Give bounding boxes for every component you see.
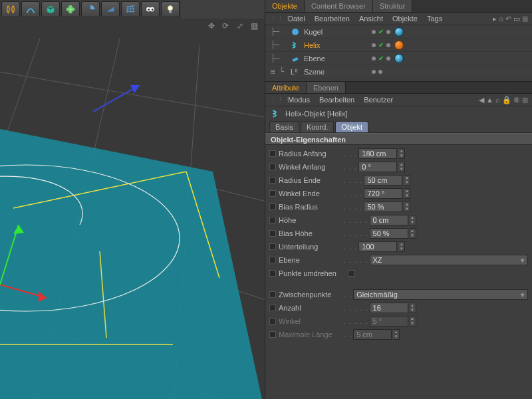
value-input[interactable]: 50 % xyxy=(370,228,408,239)
tab-objekte[interactable]: Objekte xyxy=(265,0,305,12)
property-row: Winkel Ende . . . . 720 °▲▼ xyxy=(269,187,528,200)
spinner[interactable]: ▲▼ xyxy=(404,201,410,212)
svg-point-30 xyxy=(292,29,299,35)
anim-checkbox[interactable] xyxy=(269,203,276,210)
spinner: ▲▼ xyxy=(393,329,400,340)
viewport-nav-icons[interactable]: ✥ ⟳ ⤢ ▦ xyxy=(208,21,261,31)
property-label: Bias Höhe xyxy=(279,229,342,237)
object-name: Ebene xyxy=(304,55,364,63)
anim-checkbox[interactable] xyxy=(269,291,276,298)
properties-group-1: Radius Anfang . . . 180 cm▲▼Winkel Anfan… xyxy=(265,145,532,282)
tool-bulb[interactable] xyxy=(161,1,180,17)
objects-ctrl-icons[interactable]: ▸ ⌂ ↶ ▭ ⊞ xyxy=(493,15,532,23)
hierarchy-row-helix[interactable]: ├─ Helix ✔ xyxy=(265,39,532,52)
sphere-icon xyxy=(291,27,300,37)
spinner[interactable]: ▲▼ xyxy=(410,215,416,225)
value-input[interactable]: 180 cm xyxy=(358,148,397,159)
svg-point-7 xyxy=(148,9,150,11)
subtab-koord[interactable]: Koord. xyxy=(301,121,334,132)
tool-wedge[interactable] xyxy=(101,1,120,17)
menu-benutzer[interactable]: Benutzer xyxy=(364,96,393,104)
subtab-objekt[interactable]: Objekt xyxy=(335,121,368,132)
tag-icon[interactable] xyxy=(394,41,404,50)
tool-cube[interactable] xyxy=(41,1,60,17)
tool-grid[interactable] xyxy=(121,1,140,17)
value-input[interactable]: 50 cm xyxy=(364,175,402,186)
anim-checkbox[interactable] xyxy=(269,177,276,184)
anim-checkbox[interactable] xyxy=(269,230,276,237)
hierarchy-row-kugel[interactable]: ├─ Kugel ✔ xyxy=(265,25,532,39)
value-input: 5 cm xyxy=(353,329,392,340)
hierarchy-row-ebene[interactable]: ├─ Ebene ✔ xyxy=(265,52,532,65)
spinner[interactable]: ▲▼ xyxy=(404,188,410,199)
menu-modus[interactable]: Modus xyxy=(288,96,310,104)
spinner[interactable]: ▲▼ xyxy=(404,175,410,186)
dropdown[interactable]: XZ xyxy=(370,255,528,265)
tab-ebenen[interactable]: Ebenen xyxy=(307,82,346,93)
anim-checkbox[interactable] xyxy=(269,164,276,170)
tool-flower[interactable] xyxy=(61,1,80,17)
anim-checkbox[interactable] xyxy=(269,270,276,277)
property-label: Winkel xyxy=(279,317,342,325)
tool-loop[interactable] xyxy=(1,1,20,17)
spinner[interactable]: ▲▼ xyxy=(398,162,405,172)
property-row: Winkel . . . . .5 °▲▼ xyxy=(269,315,528,328)
menu-ansicht[interactable]: Ansicht xyxy=(359,15,383,23)
property-row: Punkte umdrehen xyxy=(269,267,528,280)
spinner[interactable]: ▲▼ xyxy=(410,228,416,239)
hierarchy-row-szene[interactable]: ⊞ └ L⁰ Szene xyxy=(265,65,532,78)
tool-eyes[interactable] xyxy=(141,1,160,17)
object-hierarchy[interactable]: ├─ Kugel ✔ ├─ Helix ✔ ├─ Ebene ✔ ⊞ └ L⁰ … xyxy=(265,25,532,81)
grip-icon: ⋮⋮⋮ xyxy=(269,96,279,104)
anim-checkbox[interactable] xyxy=(269,331,276,338)
tool-segment[interactable] xyxy=(81,1,100,17)
tab-attribute[interactable]: Attribute xyxy=(265,82,307,93)
svg-point-8 xyxy=(152,9,154,11)
tab-struktur[interactable]: Struktur xyxy=(373,0,413,12)
svg-point-4 xyxy=(69,8,72,11)
menu-bearbeiten[interactable]: Bearbeiten xyxy=(315,15,350,23)
property-row: Bias Radius . . . . 50 %▲▼ xyxy=(269,200,528,213)
value-input[interactable]: 16 xyxy=(370,303,408,313)
property-label: Ebene xyxy=(279,256,342,264)
tag-icon[interactable] xyxy=(394,54,404,63)
value-input[interactable]: 0 cm xyxy=(370,215,408,225)
spinner[interactable]: ▲▼ xyxy=(398,148,405,159)
property-row: Winkel Anfang . . . 0 °▲▼ xyxy=(269,160,528,174)
anim-checkbox[interactable] xyxy=(269,217,276,223)
menu-tags[interactable]: Tags xyxy=(427,15,442,23)
object-name: Helix xyxy=(304,41,364,49)
helix-icon xyxy=(271,108,281,119)
subtab-basis[interactable]: Basis xyxy=(269,121,299,132)
dropdown[interactable]: Gleichmäßig xyxy=(353,289,528,300)
tool-bend[interactable] xyxy=(21,1,40,17)
tab-content-browser[interactable]: Content Browser xyxy=(305,0,373,12)
value-input[interactable]: 100 xyxy=(358,241,397,252)
anim-checkbox[interactable] xyxy=(269,150,276,157)
attributes-ctrl-icons[interactable]: ◀ ▲ ⌕ 🔒 ⑧ ⊞ xyxy=(479,96,532,104)
attribute-subtabs: Basis Koord. Objekt xyxy=(265,121,532,133)
spinner[interactable]: ▲▼ xyxy=(410,303,416,313)
anim-checkbox[interactable] xyxy=(269,318,276,325)
anim-checkbox[interactable] xyxy=(269,243,276,250)
value-input[interactable]: 50 % xyxy=(364,201,402,212)
value-input[interactable]: 720 ° xyxy=(364,188,402,199)
property-label: Anzahl xyxy=(279,304,342,312)
anim-checkbox[interactable] xyxy=(269,305,276,311)
property-label: Punkte umdrehen xyxy=(279,269,342,277)
plane-icon xyxy=(291,54,300,63)
property-label: Winkel Ende xyxy=(279,190,342,198)
svg-point-9 xyxy=(168,6,172,11)
attributes-tabstrip: Attribute Ebenen xyxy=(265,81,532,94)
tag-icon[interactable] xyxy=(394,27,404,37)
value-input[interactable]: 0 ° xyxy=(358,162,397,172)
menu-datei[interactable]: Datei xyxy=(288,15,305,23)
menu-bearbeiten2[interactable]: Bearbeiten xyxy=(319,96,354,104)
checkbox[interactable] xyxy=(348,270,354,277)
menu-objekte[interactable]: Objekte xyxy=(392,15,418,23)
anim-checkbox[interactable] xyxy=(269,257,276,263)
viewport-3d[interactable]: ✥ ⟳ ⤢ ▦ xyxy=(0,19,265,399)
anim-checkbox[interactable] xyxy=(269,190,276,197)
spinner[interactable]: ▲▼ xyxy=(398,241,405,252)
objects-menubar: ⋮⋮⋮ Datei Bearbeiten Ansicht Objekte Tag… xyxy=(265,13,532,25)
